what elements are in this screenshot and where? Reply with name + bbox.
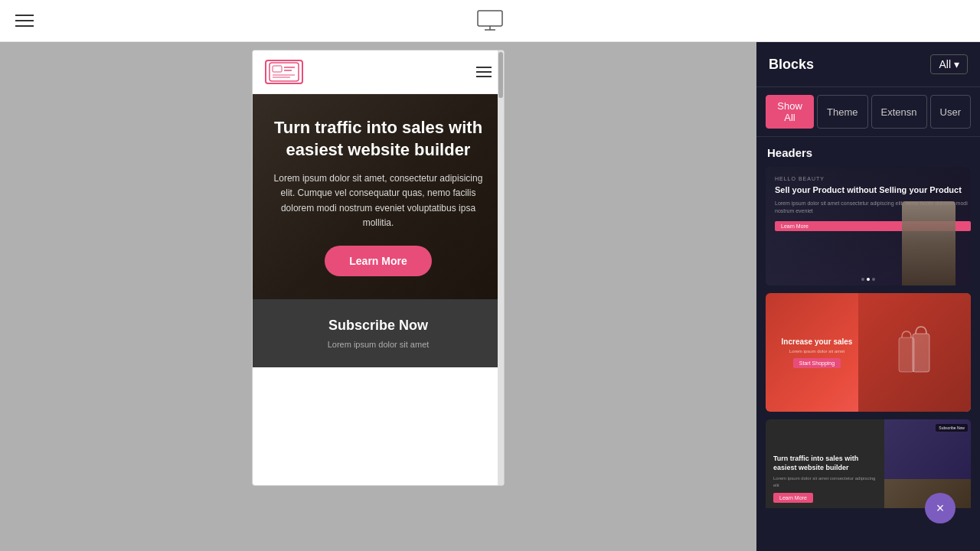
tc2-bags-image <box>858 293 971 412</box>
blocks-title: Blocks <box>769 57 814 73</box>
section-title-headers: Headers <box>766 146 971 159</box>
subscribe-body: Lorem ipsum dolor sit amet <box>268 340 488 349</box>
fab-close-button[interactable]: × <box>925 493 956 523</box>
subscribe-headline: Subscribe Now <box>268 318 488 334</box>
dot-3 <box>872 278 875 281</box>
tc3-headline: Turn traffic into sales with easiest web… <box>773 455 877 472</box>
tab-extension[interactable]: Extensn <box>871 95 927 129</box>
tab-show-all[interactable]: Show All <box>766 95 814 129</box>
svg-rect-0 <box>478 11 502 26</box>
hero-cta-button[interactable]: Learn More <box>325 246 431 276</box>
canvas-area: Turn traffic into sales with easiest web… <box>0 42 756 551</box>
tc3-body: Lorem ipsum dolor sit amet consectetur a… <box>773 475 877 488</box>
hamburger-menu[interactable] <box>15 15 34 27</box>
tc1-headline: Sell your Product without Selling your P… <box>775 184 971 195</box>
logo-box <box>265 60 303 84</box>
filter-tabs: Show All Theme Extensn User <box>756 87 980 137</box>
tc2-headline: Increase your sales <box>782 337 853 346</box>
dot-1 <box>861 278 864 281</box>
monitor-icon <box>477 10 503 31</box>
scrollbar-thumb <box>498 52 503 98</box>
tc3-top-image: Subscribe Now <box>884 419 971 479</box>
mobile-hero: Turn traffic into sales with easiest web… <box>253 94 504 299</box>
blocks-header: Blocks All ▾ <box>756 42 980 87</box>
tc3-subscribe-badge: Subscribe Now <box>936 424 968 432</box>
tc1-carousel-dots <box>861 278 875 281</box>
hero-body: Lorem ipsum dolor sit amet, consectetur … <box>268 171 488 230</box>
tc1-eyebrow: HELLO BEAUTY <box>775 176 971 181</box>
template-card-2[interactable]: Increase your sales Lorem ipsum dolor si… <box>766 293 971 412</box>
tc2-btn: Start Shopping <box>793 358 841 368</box>
tc2-body: Lorem ipsum dolor sit amet <box>789 349 844 354</box>
hero-headline: Turn traffic into sales with easiest web… <box>268 117 488 161</box>
tc2-preview: Increase your sales Lorem ipsum dolor si… <box>766 293 971 412</box>
dot-2 <box>867 278 870 281</box>
tc1-preview: HELLO BEAUTY Sell your Product without S… <box>766 167 971 285</box>
main-content: Turn traffic into sales with easiest web… <box>0 42 980 551</box>
tc1-person-image <box>902 201 956 285</box>
chevron-down-icon: ▾ <box>954 58 959 70</box>
tc3-left: Turn traffic into sales with easiest web… <box>766 419 884 508</box>
svg-rect-9 <box>899 337 914 372</box>
mobile-logo <box>265 60 303 84</box>
right-panel: Blocks All ▾ Show All Theme Extensn User… <box>756 42 980 551</box>
tc3-right: Subscribe Now <box>884 419 971 508</box>
all-dropdown-button[interactable]: All ▾ <box>930 54 968 74</box>
panel-section: Headers HELLO BEAUTY Sell your Product w… <box>756 137 980 508</box>
template-card-1[interactable]: HELLO BEAUTY Sell your Product without S… <box>766 167 971 285</box>
mobile-nav <box>253 51 504 94</box>
tab-theme[interactable]: Theme <box>817 95 867 129</box>
mobile-hamburger-icon[interactable] <box>476 67 492 77</box>
mobile-preview: Turn traffic into sales with easiest web… <box>252 50 505 486</box>
svg-rect-4 <box>273 66 282 72</box>
mobile-subscribe: Subscribe Now Lorem ipsum dolor sit amet <box>253 299 504 367</box>
svg-rect-10 <box>913 334 929 372</box>
tc2-content: Increase your sales Lorem ipsum dolor si… <box>766 293 868 412</box>
close-icon: × <box>936 500 945 517</box>
tc3-btn: Learn More <box>773 493 813 503</box>
tab-user[interactable]: User <box>930 95 971 129</box>
top-bar <box>0 0 980 42</box>
scrollbar[interactable] <box>498 51 504 485</box>
